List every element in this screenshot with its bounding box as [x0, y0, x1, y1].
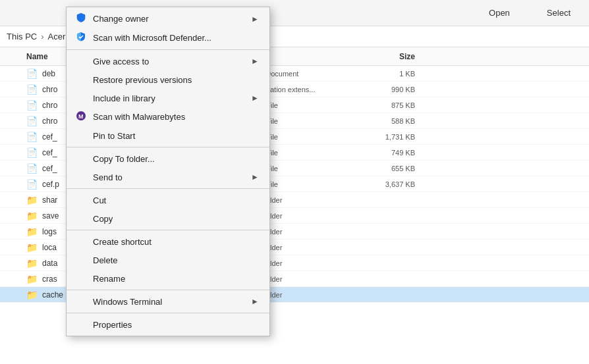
- menu-label-restore-versions: Restore previous versions: [93, 75, 192, 85]
- menu-label-pin-start: Pin to Start: [93, 131, 135, 141]
- malwarebytes-icon: M: [74, 111, 88, 123]
- menu-label-give-access: Give access to: [93, 57, 149, 66]
- menu-item-left-delete: Delete: [74, 255, 118, 265]
- menu-separator: [67, 230, 269, 230]
- menu-item-left-rename: Rename: [74, 274, 125, 284]
- menu-label-copy-to-folder: Copy To folder...: [93, 154, 155, 164]
- menu-item-left-pin-start: Pin to Start: [74, 131, 135, 141]
- menu-label-properties: Properties: [93, 320, 132, 330]
- menu-label-scan-defender: Scan with Microsoft Defender...: [93, 33, 211, 43]
- menu-item-delete[interactable]: Delete: [67, 251, 269, 269]
- submenu-arrow-give-access: ►: [251, 57, 259, 66]
- menu-item-left-scan-defender: Scan with Microsoft Defender...: [74, 32, 211, 44]
- menu-separator: [67, 49, 269, 50]
- menu-label-cut: Cut: [93, 195, 106, 205]
- submenu-arrow-include-library: ►: [251, 93, 259, 103]
- breadcrumb-thispc[interactable]: This PC: [7, 32, 37, 41]
- menu-separator: [67, 147, 269, 147]
- col-size-header[interactable]: Size: [356, 52, 415, 61]
- menu-item-copy-to-folder[interactable]: Copy To folder...: [67, 149, 269, 168]
- file-icon: 📄: [26, 163, 38, 174]
- menu-item-left-copy-to-folder: Copy To folder...: [74, 154, 155, 164]
- file-icon: 📁: [26, 211, 38, 221]
- menu-item-windows-terminal[interactable]: Windows Terminal ►: [67, 292, 269, 311]
- file-icon: 📁: [26, 226, 38, 237]
- menu-separator: [67, 188, 269, 189]
- file-icon: 📁: [26, 290, 38, 300]
- menu-item-left-send-to: Send to: [74, 172, 123, 182]
- file-size: 749 KB: [356, 149, 415, 157]
- file-size: 875 KB: [356, 101, 415, 109]
- file-icon: 📄: [26, 68, 38, 79]
- menu-label-delete: Delete: [93, 255, 118, 265]
- menu-item-left-give-access: Give access to: [74, 57, 149, 66]
- defender-icon: [74, 32, 88, 44]
- menu-label-windows-terminal: Windows Terminal: [93, 297, 162, 307]
- submenu-arrow-windows-terminal: ►: [251, 297, 259, 306]
- menu-item-left-cut: Cut: [74, 195, 106, 205]
- file-icon: 📄: [26, 84, 38, 95]
- menu-label-create-shortcut: Create shortcut: [93, 237, 152, 247]
- menu-label-rename: Rename: [93, 274, 125, 284]
- menu-label-send-to: Send to: [93, 172, 123, 182]
- file-icon: 📄: [26, 100, 38, 111]
- menu-item-restore-versions[interactable]: Restore previous versions: [67, 70, 269, 89]
- menu-item-cut[interactable]: Cut: [67, 191, 269, 209]
- context-menu: Change owner ► Scan with Microsoft Defen…: [66, 7, 270, 336]
- file-icon: 📁: [26, 258, 38, 269]
- file-icon: 📄: [26, 132, 38, 142]
- file-size: 990 KB: [356, 86, 415, 93]
- menu-item-left-properties: Properties: [74, 320, 132, 330]
- menu-item-properties[interactable]: Properties: [67, 315, 269, 334]
- menu-label-change-owner: Change owner: [93, 14, 149, 24]
- menu-item-copy[interactable]: Copy: [67, 209, 269, 228]
- file-icon: 📄: [26, 179, 38, 190]
- menu-item-left-create-shortcut: Create shortcut: [74, 237, 152, 247]
- menu-label-copy: Copy: [93, 214, 113, 224]
- file-size: 588 KB: [356, 117, 415, 125]
- menu-item-scan-malwarebytes[interactable]: M Scan with Malwarebytes: [67, 107, 269, 126]
- menu-item-include-library[interactable]: Include in library ►: [67, 89, 269, 107]
- svg-text:M: M: [78, 113, 84, 120]
- breadcrumb-sep1: ›: [41, 32, 43, 41]
- menu-separator: [67, 290, 269, 290]
- ribbon-open-btn[interactable]: Open: [484, 5, 515, 20]
- menu-label-include-library: Include in library: [93, 93, 155, 103]
- file-icon: 📁: [26, 242, 38, 253]
- submenu-arrow-change-owner: ►: [251, 14, 259, 24]
- menu-label-scan-malwarebytes: Scan with Malwarebytes: [93, 112, 185, 122]
- menu-item-left-change-owner: Change owner: [74, 13, 149, 25]
- menu-item-left-restore-versions: Restore previous versions: [74, 75, 192, 85]
- menu-separator: [67, 313, 269, 313]
- file-icon: 📄: [26, 116, 38, 126]
- file-icon: 📁: [26, 195, 38, 205]
- menu-item-change-owner[interactable]: Change owner ►: [67, 9, 269, 28]
- menu-item-left-include-library: Include in library: [74, 93, 155, 103]
- file-size: 3,637 KB: [356, 180, 415, 188]
- file-size: 1,731 KB: [356, 133, 415, 141]
- menu-item-give-access[interactable]: Give access to ►: [67, 52, 269, 70]
- file-icon: 📁: [26, 274, 38, 284]
- file-icon: 📄: [26, 147, 38, 158]
- submenu-arrow-send-to: ►: [251, 172, 259, 182]
- menu-item-left-copy: Copy: [74, 214, 113, 224]
- menu-item-left-windows-terminal: Windows Terminal: [74, 297, 162, 307]
- menu-item-create-shortcut[interactable]: Create shortcut: [67, 232, 269, 251]
- menu-item-left-scan-malwarebytes: M Scan with Malwarebytes: [74, 111, 185, 123]
- menu-item-rename[interactable]: Rename: [67, 269, 269, 288]
- menu-item-send-to[interactable]: Send to ►: [67, 168, 269, 186]
- menu-item-pin-start[interactable]: Pin to Start: [67, 126, 269, 145]
- ribbon-select-btn[interactable]: Select: [542, 5, 576, 20]
- shield-blue-icon: [74, 13, 88, 25]
- file-size: 655 KB: [356, 165, 415, 172]
- menu-item-scan-defender[interactable]: Scan with Microsoft Defender...: [67, 28, 269, 47]
- file-size: 1 KB: [356, 70, 415, 78]
